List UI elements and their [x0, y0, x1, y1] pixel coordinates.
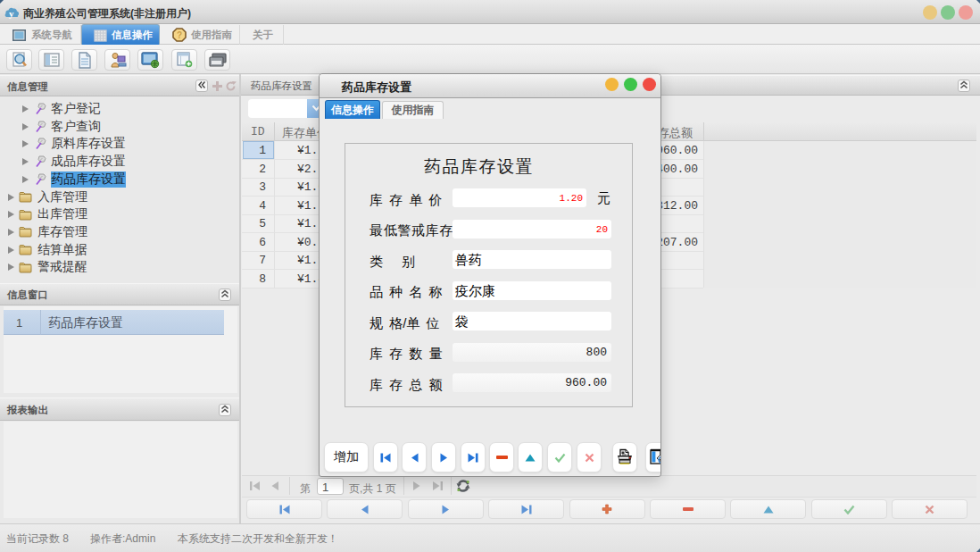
svg-text:y: y: [9, 8, 14, 19]
svg-text:?: ?: [177, 30, 182, 40]
